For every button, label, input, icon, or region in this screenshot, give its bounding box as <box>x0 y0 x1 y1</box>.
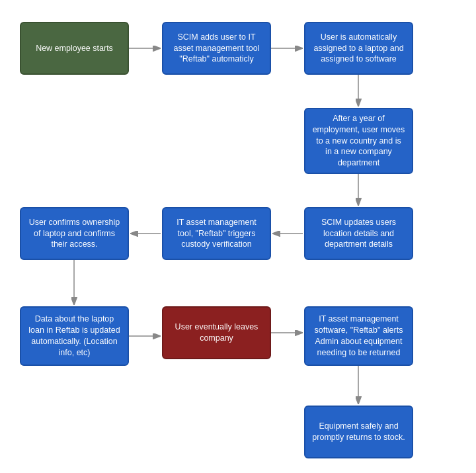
node-user-assigned: User is automatically assigned to a lapt… <box>304 22 413 75</box>
node-new-employee: New employee starts <box>20 22 129 75</box>
node-user-leaves: User eventually leaves company <box>162 306 271 359</box>
node-after-year: After a year of employment, user moves t… <box>304 108 413 174</box>
node-scim-updates: SCIM updates users location details and … <box>304 207 413 260</box>
node-scim-adds: SCIM adds user to IT asset management to… <box>162 22 271 75</box>
node-it-asset-triggers: IT asset management tool, "Reftab" trigg… <box>162 207 271 260</box>
flowchart: New employee starts SCIM adds user to IT… <box>0 0 476 473</box>
node-user-confirms: User confirms ownership of laptop and co… <box>20 207 129 260</box>
node-data-updated: Data about the laptop loan in Reftab is … <box>20 306 129 366</box>
node-equipment-returns: Equipment safely and promptly returns to… <box>304 406 413 458</box>
node-it-alerts: IT asset management software, "Reftab" a… <box>304 306 413 366</box>
